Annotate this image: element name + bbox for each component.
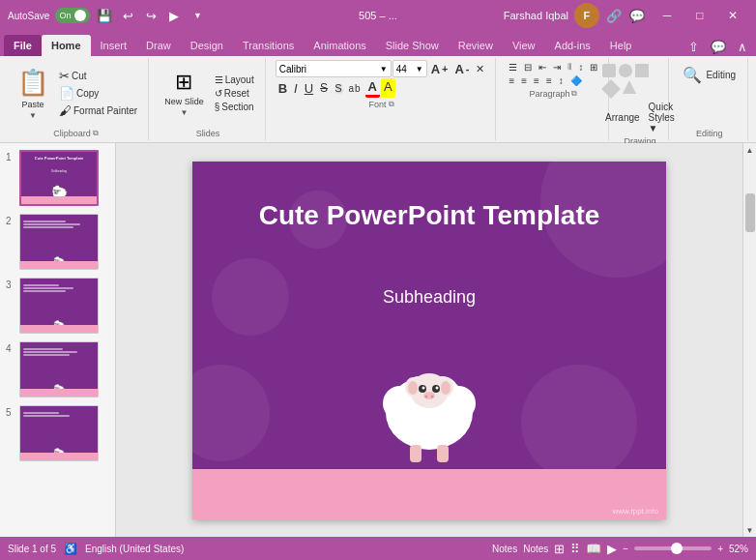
cut-button[interactable]: ✂ Cut <box>56 68 140 84</box>
zoom-level[interactable]: 52% <box>729 544 748 554</box>
reading-view-icon[interactable]: 📖 <box>586 542 601 556</box>
text-direction-button[interactable]: ↕ <box>575 61 586 74</box>
vertical-scrollbar[interactable]: ▲ ▼ <box>742 143 756 537</box>
close-button[interactable]: ✕ <box>717 0 748 31</box>
tab-design[interactable]: Design <box>181 35 233 56</box>
italic-button[interactable]: I <box>291 80 301 97</box>
minimize-button[interactable]: ─ <box>652 0 683 31</box>
reset-button[interactable]: ↺ Reset <box>212 87 257 100</box>
font-size-selector[interactable]: 44 ▼ <box>393 60 427 77</box>
comments-icon[interactable]: 💬 <box>628 7 646 24</box>
increase-indent-button[interactable]: ⇥ <box>550 61 564 74</box>
zoom-slider[interactable] <box>634 546 712 550</box>
comments-button[interactable]: 💬 <box>706 38 731 56</box>
scroll-up-button[interactable]: ▲ <box>743 143 757 157</box>
notes-button[interactable]: Notes <box>492 544 517 554</box>
tab-home[interactable]: Home <box>42 35 91 56</box>
justify-button[interactable]: ≡ <box>543 74 555 87</box>
shape-2[interactable] <box>619 64 632 77</box>
new-slide-button[interactable]: ⊞ New Slide ▼ <box>159 62 210 126</box>
slide-thumb-3[interactable]: 3 🐑 <box>4 275 111 337</box>
tab-addins[interactable]: Add-ins <box>545 35 600 56</box>
present-icon[interactable]: ▶ <box>165 7 183 24</box>
tab-review[interactable]: Review <box>449 35 503 56</box>
restore-button[interactable]: □ <box>684 0 715 31</box>
tab-view[interactable]: View <box>503 35 545 56</box>
tab-file[interactable]: File <box>4 35 42 56</box>
scroll-thumb[interactable] <box>745 193 755 232</box>
paste-button[interactable]: 📋 Paste ▼ <box>12 62 54 126</box>
increase-font-button[interactable]: A+ <box>428 61 451 77</box>
shape-1[interactable] <box>602 64 616 77</box>
slides-panel[interactable]: 1 Cute PowerPoint Template Subheading 🐑 … <box>0 143 116 537</box>
strikethrough-button[interactable]: S <box>317 80 331 96</box>
shape-5[interactable] <box>623 80 636 94</box>
customize-icon[interactable]: ▼ <box>189 7 206 24</box>
scroll-down-button[interactable]: ▼ <box>743 523 757 537</box>
decrease-font-button[interactable]: A- <box>451 61 472 77</box>
underline-button[interactable]: U <box>302 80 316 97</box>
user-avatar: F <box>574 3 599 28</box>
bullets-button[interactable]: ☰ <box>506 61 520 74</box>
slide-sorter-icon[interactable]: ⠿ <box>570 542 580 556</box>
layout-button[interactable]: ☰ Layout <box>212 74 257 86</box>
paste-label: Paste <box>21 100 44 109</box>
slideshow-icon[interactable]: ▶ <box>607 542 617 556</box>
redo-icon[interactable]: ↪ <box>142 7 160 24</box>
slide-thumb-4[interactable]: 4 🐑 <box>4 339 111 400</box>
share-button[interactable]: ⇧ <box>683 38 704 56</box>
zoom-out-icon[interactable]: − <box>623 544 628 554</box>
columns-button[interactable]: ⫴ <box>565 60 574 74</box>
notes-label[interactable]: Notes <box>523 544 548 554</box>
tab-animations[interactable]: Animations <box>304 35 375 56</box>
arrange-button[interactable]: Arrange <box>602 101 643 134</box>
slide-thumb-5[interactable]: 5 🐑 <box>4 402 111 464</box>
shadow-button[interactable]: S <box>332 81 344 95</box>
decrease-indent-button[interactable]: ⇤ <box>536 61 549 74</box>
slide-title[interactable]: Cute PowerPoint Template <box>192 200 666 231</box>
clear-format-button[interactable]: ✕ <box>473 62 487 76</box>
undo-icon[interactable]: ↩ <box>119 7 136 24</box>
align-center-button[interactable]: ≡ <box>518 74 530 87</box>
font-label[interactable]: Font ⧉ <box>369 98 394 109</box>
slide-thumb-2[interactable]: 2 🐑 <box>4 211 111 273</box>
section-button[interactable]: § Section <box>212 101 257 113</box>
thumb-pink-bar-1 <box>21 196 97 204</box>
font-family-selector[interactable]: Calibri ▼ <box>276 60 392 77</box>
save-icon[interactable]: 💾 <box>96 7 113 24</box>
slide-thumb-1[interactable]: 1 Cute PowerPoint Template Subheading 🐑 <box>4 147 111 209</box>
slide-preview-4: 🐑 <box>19 341 99 398</box>
format-painter-button[interactable]: 🖌 Format Painter <box>56 103 140 119</box>
tab-insert[interactable]: Insert <box>91 35 137 56</box>
share-icon[interactable]: 🔗 <box>605 7 623 24</box>
tab-transitions[interactable]: Transitions <box>233 35 304 56</box>
slide-canvas[interactable]: Cute PowerPoint Template Subheading <box>192 162 666 519</box>
tab-slideshow[interactable]: Slide Show <box>376 35 449 56</box>
shape-4[interactable] <box>601 79 621 99</box>
main-slide-area[interactable]: Cute PowerPoint Template Subheading <box>116 143 742 537</box>
autosave-toggle[interactable]: On <box>55 8 90 23</box>
line-spacing-button[interactable]: ↕ <box>556 74 567 87</box>
find-button[interactable]: 🔍 Editing <box>679 64 740 86</box>
tab-draw[interactable]: Draw <box>136 35 181 56</box>
normal-view-icon[interactable]: ⊞ <box>554 542 565 556</box>
paragraph-label[interactable]: Paragraph ⧉ <box>529 87 577 99</box>
char-spacing-button[interactable]: ab <box>345 82 363 95</box>
text-highlight-button[interactable]: A <box>381 78 395 98</box>
numbering-button[interactable]: ⊟ <box>521 61 535 74</box>
collapse-ribbon-button[interactable]: ∧ <box>733 38 752 56</box>
slide-preview-1: Cute PowerPoint Template Subheading 🐑 <box>19 150 99 206</box>
copy-button[interactable]: 📄 Copy <box>56 85 140 102</box>
clipboard-label[interactable]: Clipboard ⧉ <box>53 127 99 138</box>
slide-subtitle[interactable]: Subheading <box>192 287 666 308</box>
smartart-button[interactable]: ⊞ <box>587 61 600 74</box>
convert-to-smartart-button[interactable]: 🔷 <box>567 74 585 87</box>
shape-3[interactable] <box>635 64 649 77</box>
zoom-in-icon[interactable]: + <box>717 544 723 554</box>
font-color-button[interactable]: A <box>365 78 380 98</box>
align-left-button[interactable]: ≡ <box>506 74 517 87</box>
scroll-track[interactable] <box>743 157 756 523</box>
bold-button[interactable]: B <box>276 80 290 97</box>
align-right-button[interactable]: ≡ <box>531 74 542 87</box>
tab-help[interactable]: Help <box>600 35 642 56</box>
